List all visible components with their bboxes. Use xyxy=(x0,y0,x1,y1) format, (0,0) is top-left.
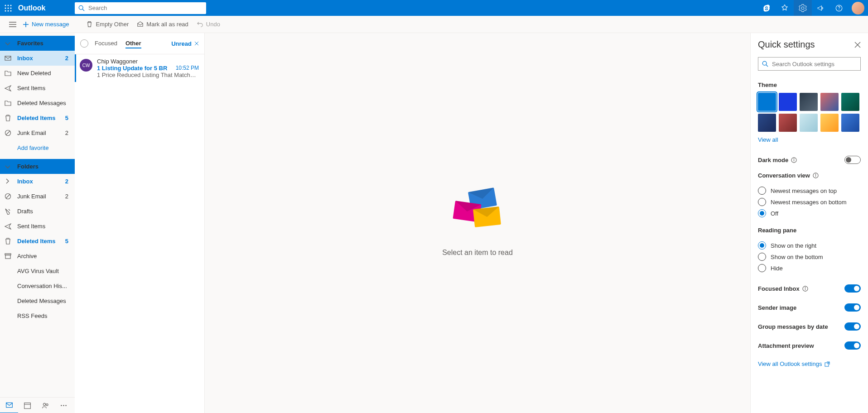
mark-all-read-label: Mark all as read xyxy=(146,21,188,28)
sender-image-toggle[interactable] xyxy=(844,303,861,312)
undo-label: Undo xyxy=(206,21,220,28)
theme-swatch[interactable] xyxy=(800,93,818,111)
sidebar-item-label: RSS Feeds xyxy=(17,312,68,319)
message-item[interactable]: CW Chip Waggoner 1 Listing Update for 5 … xyxy=(75,54,204,82)
settings-icon[interactable] xyxy=(794,0,812,16)
select-all-check[interactable] xyxy=(80,39,88,48)
sidebar-item[interactable]: AVG Virus Vault xyxy=(0,264,75,279)
mail-module-icon[interactable] xyxy=(0,398,18,413)
view-all-settings-link[interactable]: View all Outlook settings xyxy=(758,360,861,367)
sidebar-item-label: Drafts xyxy=(17,208,68,215)
add-favorite-link[interactable]: Add favorite xyxy=(0,140,75,155)
attachment-preview-toggle[interactable] xyxy=(844,341,861,350)
folder-icon xyxy=(5,100,17,106)
settings-search-input[interactable] xyxy=(772,61,857,67)
info-icon[interactable] xyxy=(802,286,808,292)
reading-pane-option[interactable]: Hide xyxy=(758,264,861,272)
mark-all-read-button[interactable]: Mark all as read xyxy=(137,21,188,28)
theme-swatch[interactable] xyxy=(800,114,818,132)
sidebar-item-label: Junk Email xyxy=(17,130,65,136)
sidebar-item[interactable]: Sent Items xyxy=(0,219,75,234)
megaphone-icon[interactable] xyxy=(812,0,830,16)
sidebar-item[interactable]: Archive xyxy=(0,249,75,264)
sidebar-item[interactable]: RSS Feeds xyxy=(0,308,75,323)
empty-other-button[interactable]: Empty Other xyxy=(86,21,129,28)
app-launcher-icon[interactable] xyxy=(0,0,16,16)
focused-inbox-label: Focused Inbox xyxy=(758,285,800,292)
reading-pane-option[interactable]: Show on the bottom xyxy=(758,253,861,261)
app-header: Outlook xyxy=(0,0,868,16)
draft-icon xyxy=(5,208,17,215)
filter-button[interactable]: Unread xyxy=(171,40,199,47)
premium-icon[interactable] xyxy=(776,0,794,16)
close-icon[interactable] xyxy=(854,42,861,48)
sidebar-item[interactable]: Sent Items xyxy=(0,81,75,96)
sidebar-item[interactable]: Junk Email 2 xyxy=(0,189,75,204)
sidebar-item-label: Inbox xyxy=(17,55,65,62)
account-avatar[interactable] xyxy=(852,2,864,14)
reading-pane-option[interactable]: Show on the right xyxy=(758,241,861,250)
info-icon[interactable] xyxy=(791,157,797,163)
focused-inbox-toggle[interactable] xyxy=(844,284,861,293)
theme-swatch[interactable] xyxy=(820,114,839,132)
tab-focused[interactable]: Focused xyxy=(95,40,117,48)
people-module-icon[interactable] xyxy=(36,398,54,413)
settings-search-box[interactable] xyxy=(758,57,861,71)
block-icon xyxy=(5,193,17,200)
folders-header[interactable]: Folders xyxy=(0,159,75,174)
theme-swatch[interactable] xyxy=(841,114,859,132)
sidebar-item[interactable]: Drafts xyxy=(0,204,75,219)
sidebar-item[interactable]: Inbox 2 xyxy=(0,174,75,189)
undo-button[interactable]: Undo xyxy=(197,21,220,28)
theme-swatch[interactable] xyxy=(758,114,776,132)
svg-rect-26 xyxy=(24,403,30,408)
theme-swatch[interactable] xyxy=(779,114,797,132)
hamburger-icon[interactable] xyxy=(8,20,17,29)
conversation-view-option[interactable]: Off xyxy=(758,209,861,217)
more-modules-icon[interactable] xyxy=(54,398,72,413)
brand-title: Outlook xyxy=(16,4,75,12)
plus-icon xyxy=(23,21,29,28)
search-box[interactable] xyxy=(75,2,206,14)
sidebar-item[interactable]: Deleted Messages xyxy=(0,293,75,308)
view-all-settings-label: View all Outlook settings xyxy=(758,360,822,367)
svg-point-4 xyxy=(7,7,9,9)
theme-swatch[interactable] xyxy=(820,93,839,111)
sidebar-item[interactable]: New Deleted xyxy=(0,66,75,81)
conversation-view-option[interactable]: Newest messages on top xyxy=(758,187,861,195)
sidebar-item[interactable]: Inbox 2 xyxy=(0,51,75,66)
sidebar-item[interactable]: Deleted Items 5 xyxy=(0,110,75,125)
conversation-view-option[interactable]: Newest messages on bottom xyxy=(758,198,861,206)
view-all-themes-link[interactable]: View all xyxy=(758,136,861,143)
group-by-date-toggle[interactable] xyxy=(844,322,861,331)
undo-icon xyxy=(197,21,203,28)
new-message-button[interactable]: New message xyxy=(23,21,69,28)
sidebar-item[interactable]: Conversation His... xyxy=(0,279,75,293)
sidebar-item-label: Deleted Items xyxy=(17,238,65,245)
svg-point-28 xyxy=(43,403,45,405)
svg-point-29 xyxy=(46,403,48,405)
svg-point-32 xyxy=(65,405,67,406)
skype-icon[interactable] xyxy=(757,0,776,16)
theme-swatch[interactable] xyxy=(779,93,797,111)
folder-icon xyxy=(5,70,17,77)
sidebar-item[interactable]: Deleted Messages xyxy=(0,96,75,110)
info-icon[interactable] xyxy=(813,173,819,178)
tab-other[interactable]: Other xyxy=(125,39,141,48)
svg-point-47 xyxy=(805,287,805,288)
sidebar-item[interactable]: Junk Email 2 xyxy=(0,125,75,140)
theme-swatch[interactable] xyxy=(841,93,859,111)
dark-mode-toggle[interactable] xyxy=(844,156,861,164)
message-subject: 1 Listing Update for 5 BR xyxy=(97,65,173,72)
sidebar-item-label: Deleted Messages xyxy=(17,100,68,106)
radio-label: Hide xyxy=(771,265,783,272)
sidebar-item[interactable]: Deleted Items 5 xyxy=(0,234,75,249)
calendar-module-icon[interactable] xyxy=(18,398,36,413)
settings-title: Quick settings xyxy=(758,39,854,50)
radio-label: Show on the bottom xyxy=(771,254,823,260)
favorites-header[interactable]: Favorites xyxy=(0,36,75,51)
svg-point-9 xyxy=(79,5,83,10)
help-icon[interactable] xyxy=(830,0,848,16)
theme-swatch[interactable] xyxy=(758,93,776,111)
search-input[interactable] xyxy=(88,5,203,11)
